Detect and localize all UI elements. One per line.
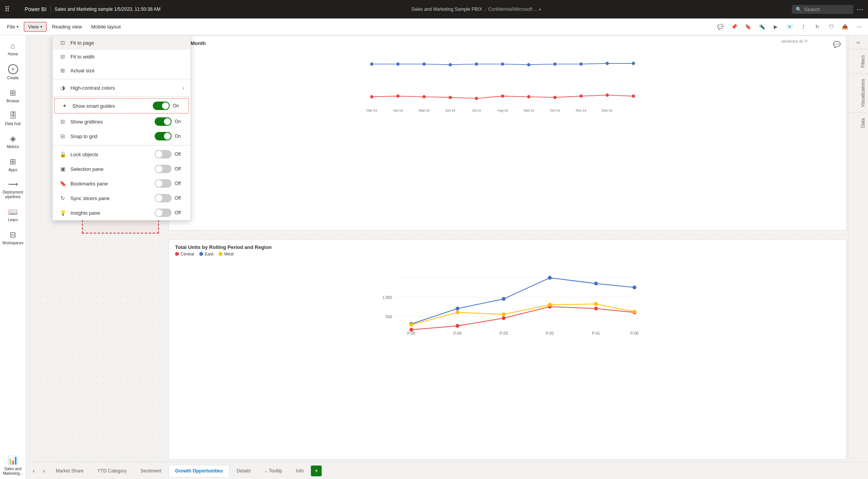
menu-bookmarks-pane[interactable]: 🔖 Bookmarks pane Off — [53, 176, 190, 191]
menu-show-gridlines[interactable]: ⊟ Show gridlines On — [53, 114, 190, 129]
legend-label-west: West — [224, 252, 234, 256]
svg-point-3 — [449, 63, 452, 67]
selection-toggle-group: Off — [155, 165, 184, 173]
tab-next-button[interactable]: › — [39, 466, 48, 476]
add-page-button[interactable]: + — [311, 466, 322, 476]
selection-toggle[interactable] — [155, 165, 172, 173]
tab-tooltip[interactable]: ⬦ Tooltip — [258, 465, 289, 477]
tab-market-share[interactable]: Market Share — [49, 465, 90, 477]
data-label: Data — [860, 118, 866, 128]
search-box[interactable]: 🔍 — [792, 5, 853, 14]
lock-toggle[interactable] — [155, 150, 172, 159]
deployment-icon: ⟶ — [8, 180, 18, 189]
comment-icon[interactable]: 💬 — [714, 21, 726, 33]
bookmarks-toggle[interactable] — [155, 179, 172, 188]
toggle-label: Off — [175, 181, 184, 186]
refresh-icon[interactable]: ↻ — [811, 21, 823, 33]
menu-show-smart-guides[interactable]: ✦ Show smart guides On — [54, 98, 189, 113]
data-panel-tab[interactable]: Data — [848, 112, 868, 133]
menu-fit-to-width[interactable]: ⊟ Fit to width — [53, 50, 190, 63]
toggle-thumb — [155, 209, 162, 216]
reading-view-button[interactable]: Reading view — [48, 22, 86, 31]
search-input[interactable] — [804, 7, 846, 12]
chevron-right-icon2: ‹ — [858, 39, 860, 45]
menu-fit-to-page[interactable]: ⊡ Fit to page — [53, 36, 190, 50]
snap-toggle[interactable] — [155, 132, 172, 140]
subscribe-icon[interactable]: 📧 — [783, 21, 796, 33]
visualizations-panel-tab[interactable]: Visualizations — [848, 73, 868, 112]
tab-growth-opportunities[interactable]: Growth Opportunities — [169, 465, 229, 477]
collapse-panels-button[interactable]: ‹ ‹ — [848, 35, 868, 49]
pin-icon[interactable]: 📌 — [728, 21, 740, 33]
svg-text:P-00: P-00 — [630, 331, 639, 335]
insights-toggle-group: Off — [155, 209, 184, 217]
svg-point-6 — [527, 63, 531, 67]
filters-panel-tab[interactable]: Filters — [848, 49, 868, 73]
waffle-icon[interactable]: ⠿ — [5, 5, 10, 13]
svg-point-19 — [579, 95, 583, 98]
insights-toggle[interactable] — [155, 209, 172, 217]
top-chart-panel: obvience llc © 💬 Ms by Month — [169, 35, 846, 230]
comment-button[interactable]: 💬 — [831, 39, 842, 50]
sensitivity-icon[interactable]: 🛡 — [825, 21, 837, 33]
tab-details[interactable]: Details — [230, 465, 257, 477]
ms-logo-red — [13, 6, 17, 9]
tab-ytd-category[interactable]: YTD Category — [91, 465, 133, 477]
menu-item-label: Bookmarks pane — [70, 181, 151, 187]
sync-toggle[interactable] — [155, 194, 172, 202]
svg-point-12 — [396, 95, 400, 98]
sidebar-item-learn[interactable]: 📖 Learn — [2, 204, 25, 225]
sidebar-item-workspaces[interactable]: ⊟ Workspaces — [2, 227, 25, 249]
file-button[interactable]: File ▾ — [3, 22, 22, 31]
svg-text:Sep-14: Sep-14 — [524, 108, 534, 112]
gridlines-toggle[interactable] — [155, 117, 172, 126]
metrics-icon: ◈ — [10, 134, 16, 143]
menu-high-contrast[interactable]: ◑ High-contrast colors › — [53, 81, 190, 95]
tab-label: Market Share — [56, 468, 83, 474]
sidebar-item-browse[interactable]: ⊞ Browse — [2, 85, 25, 107]
sidebar-item-datahub[interactable]: 🗄 Data hub — [2, 108, 25, 129]
sidebar-item-metrics[interactable]: ◈ Metrics — [2, 131, 25, 152]
svg-point-7 — [553, 62, 557, 66]
mobile-layout-button[interactable]: Mobile layout — [87, 22, 125, 31]
tab-sentiment[interactable]: Sentiment — [134, 465, 168, 477]
sidebar-item-salesmarketing[interactable]: 📊 Sales and Marketing... — [2, 452, 25, 479]
export-icon[interactable]: ⤴ — [797, 21, 810, 33]
more-options-icon[interactable]: ⋯ — [856, 5, 863, 13]
sidebar-item-deployment[interactable]: ⟶ Deployment pipelines — [2, 177, 25, 202]
tab-info[interactable]: Info — [289, 465, 310, 477]
svg-text:Mar-14: Mar-14 — [367, 108, 377, 112]
smart-guides-toggle[interactable] — [153, 102, 170, 110]
menu-item-label: Snap to grid — [70, 134, 151, 139]
learn-icon: 📖 — [8, 207, 18, 216]
menu-insights-pane[interactable]: 💡 Insights pane Off — [53, 205, 190, 220]
chevron-down-icon[interactable]: ▾ — [539, 7, 541, 12]
svg-text:500: 500 — [386, 315, 392, 319]
svg-text:P-01: P-01 — [592, 331, 600, 335]
tab-label: Tooltip — [269, 468, 282, 474]
sidebar-item-home[interactable]: ⌂ Home — [2, 38, 25, 60]
share-icon[interactable]: 📤 — [839, 21, 851, 33]
menu-sync-slicers[interactable]: ↻ Sync slicers pane Off — [53, 191, 190, 205]
sidebar-item-apps[interactable]: ⊞ Apps — [2, 154, 25, 175]
bookmark-icon[interactable]: 🔖 — [742, 21, 754, 33]
spotlight-icon[interactable]: 🔦 — [756, 21, 768, 33]
more-icon[interactable]: ⋯ — [853, 21, 865, 33]
menu-selection-pane[interactable]: ▣ Selection pane Off — [53, 162, 190, 176]
svg-point-4 — [475, 62, 478, 66]
add-icon: + — [315, 467, 318, 474]
tab-prev-button[interactable]: ‹ — [29, 466, 38, 476]
menu-lock-objects[interactable]: 🔒 Lock objects Off — [53, 147, 190, 162]
bookmarks-pane-icon: 🔖 — [59, 180, 67, 187]
sidebar-item-label: Create — [7, 76, 18, 80]
sidebar-item-create[interactable]: + Create — [2, 61, 25, 83]
svg-point-48 — [594, 307, 598, 310]
sidebar-item-label: Workspaces — [2, 241, 23, 245]
svg-point-52 — [502, 312, 506, 316]
menu-actual-size[interactable]: ⊞ Actual size — [53, 63, 190, 77]
menu-item-label: Selection pane — [70, 166, 151, 172]
present-icon[interactable]: ▶ — [770, 21, 782, 33]
svg-point-11 — [370, 95, 374, 98]
menu-snap-to-grid[interactable]: ⊟ Snap to grid On — [53, 129, 190, 144]
view-button[interactable]: View ▾ — [24, 22, 47, 32]
